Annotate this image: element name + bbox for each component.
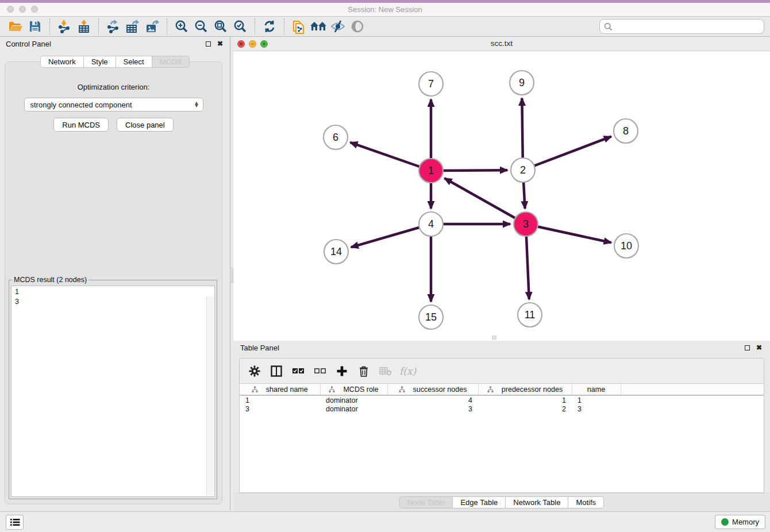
run-mcds-button[interactable]: Run MCDS	[53, 118, 109, 132]
table-cell[interactable]: 3	[240, 404, 320, 414]
zoom-fit-icon	[214, 20, 228, 33]
node-label-2: 2	[520, 164, 526, 176]
tab-network-table[interactable]: Network Table	[506, 496, 568, 508]
node-table-container: f(x) shared nameMCDS rolesuccessor nodes…	[239, 358, 764, 493]
close-icon: ✖	[217, 40, 223, 48]
panel-splitter-handle[interactable]	[230, 268, 233, 283]
edge-3-1[interactable]	[445, 178, 526, 224]
control-panel-close-button[interactable]: ✖	[216, 40, 224, 48]
show-columns-button[interactable]	[268, 363, 284, 379]
table-cell[interactable]: 2	[478, 404, 572, 414]
hide-graphics-details-button[interactable]	[329, 18, 346, 34]
delete-column-button[interactable]	[356, 363, 372, 379]
tab-select[interactable]: Select	[116, 56, 152, 68]
tab-node-table[interactable]: Node Table	[399, 496, 453, 508]
optimization-criterion-select[interactable]: strongly connected component ▲▼	[24, 98, 203, 111]
refresh-button[interactable]	[261, 18, 278, 34]
create-column-button[interactable]	[334, 363, 350, 379]
export-network-icon	[106, 20, 120, 33]
tab-network[interactable]: Network	[40, 56, 84, 68]
mcds-result-group: MCDS result (2 nodes) 1 3	[9, 276, 217, 499]
deselect-all-columns-button[interactable]	[312, 363, 328, 379]
graphics-details-button[interactable]	[349, 18, 366, 34]
tab-motifs[interactable]: Motifs	[568, 496, 604, 508]
table-cell[interactable]: 3	[572, 404, 621, 414]
float-icon	[206, 41, 211, 47]
node-label-4: 4	[428, 218, 434, 230]
table-row[interactable]: 3dominator323	[240, 404, 764, 414]
node-label-1: 1	[428, 165, 434, 176]
node-table[interactable]: shared nameMCDS rolesuccessor nodesprede…	[240, 384, 764, 414]
gear-icon	[249, 365, 260, 377]
zoom-out-button[interactable]	[192, 18, 210, 34]
memory-button[interactable]: Memory	[715, 515, 765, 529]
task-history-button[interactable]	[6, 515, 24, 530]
mcds-panel: Optimization criterion: strongly connect…	[5, 61, 222, 504]
columns-icon	[271, 365, 282, 377]
table-cell[interactable]: dominator	[320, 395, 387, 404]
open-file-button[interactable]	[7, 18, 24, 34]
trash-icon	[359, 365, 369, 377]
table-cell[interactable]: 1	[478, 395, 572, 404]
table-cell[interactable]: 1	[240, 395, 320, 404]
export-network-button[interactable]	[105, 18, 122, 34]
edge-3-10[interactable]	[526, 224, 611, 242]
tab-mcds[interactable]: MCDS	[152, 56, 190, 68]
window-titlebar: Session: New Session	[0, 0, 770, 17]
network-window-title: scc.txt	[233, 39, 770, 48]
import-table-button[interactable]	[75, 18, 93, 34]
tab-style[interactable]: Style	[84, 56, 116, 68]
column-header-predecessor-nodes[interactable]: predecessor nodes	[478, 384, 572, 395]
table-toolbar: f(x)	[240, 358, 764, 384]
float-icon	[745, 345, 750, 350]
task-list-icon	[10, 518, 20, 526]
column-header-shared-name[interactable]: shared name	[240, 384, 320, 395]
network-graph[interactable]: 1234678910111415	[233, 51, 770, 341]
table-row[interactable]: 1dominator411	[240, 395, 764, 404]
eye-slash-icon	[330, 20, 345, 33]
table-panel: Table Panel ✖	[233, 341, 770, 511]
canvas-resize-handle[interactable]	[492, 336, 496, 340]
function-builder-button: f(x)	[399, 363, 416, 379]
save-session-button[interactable]	[26, 18, 44, 34]
zoom-fit-button[interactable]	[212, 18, 229, 34]
table-cell[interactable]: dominator	[320, 404, 387, 414]
search-icon	[604, 22, 613, 31]
edge-1-6[interactable]	[350, 142, 431, 171]
export-table-button[interactable]	[124, 18, 141, 34]
zoom-selected-button[interactable]	[232, 18, 249, 34]
clone-network-button[interactable]	[290, 18, 307, 34]
tab-edge-table[interactable]: Edge Table	[453, 496, 506, 508]
first-neighbors-button[interactable]	[310, 18, 327, 34]
refresh-icon	[263, 20, 276, 33]
table-settings-button[interactable]	[247, 363, 263, 379]
edge-2-8[interactable]	[523, 137, 611, 170]
export-image-button[interactable]	[144, 18, 161, 34]
table-cell[interactable]: 1	[572, 395, 621, 404]
column-header-name[interactable]: name	[572, 384, 621, 395]
node-label-3: 3	[523, 218, 529, 230]
search-input[interactable]	[615, 22, 760, 31]
select-all-columns-button[interactable]	[290, 363, 306, 379]
network-canvas[interactable]: 1234678910111415	[233, 51, 770, 341]
search-box[interactable]	[599, 19, 764, 34]
import-table-icon	[77, 20, 91, 33]
result-scrollbar[interactable]	[206, 296, 214, 496]
control-panel-float-button[interactable]	[204, 40, 212, 48]
table-cell[interactable]: 4	[387, 395, 478, 404]
zoom-in-button[interactable]	[173, 18, 190, 34]
table-panel-title: Table Panel	[240, 344, 279, 352]
column-header-successor-nodes[interactable]: successor nodes	[387, 384, 478, 395]
table-panel-close-button[interactable]: ✖	[755, 344, 763, 352]
detail-eye-icon	[351, 20, 364, 33]
node-label-15: 15	[425, 311, 437, 323]
select-all-icon	[292, 367, 305, 375]
close-panel-button[interactable]: Close panel	[117, 118, 174, 132]
clone-network-icon	[292, 19, 306, 34]
control-panel-title: Control Panel	[6, 40, 51, 48]
table-cell[interactable]: 3	[387, 404, 478, 414]
column-header-MCDS-role[interactable]: MCDS role	[320, 384, 387, 395]
mcds-result-text[interactable]: 1 3	[11, 286, 215, 497]
import-network-button[interactable]	[56, 18, 73, 34]
table-panel-float-button[interactable]	[743, 344, 751, 352]
